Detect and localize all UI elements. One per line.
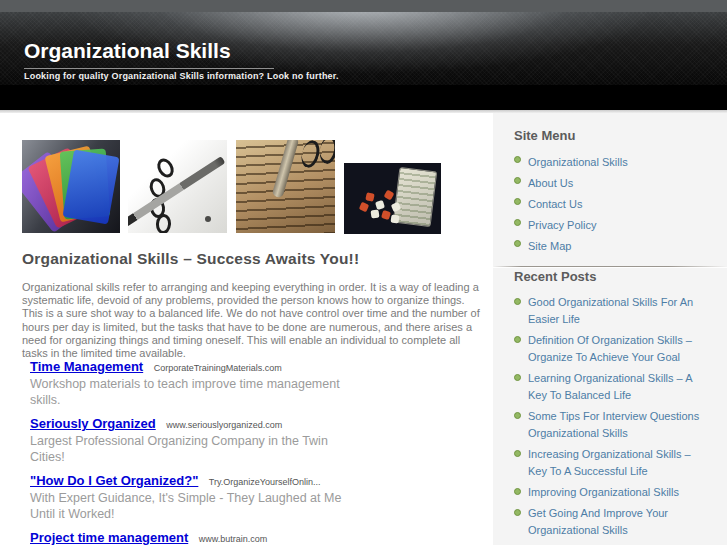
sidebar-item-site-map: Site Map [514,236,710,257]
ad-description: Largest Professional Organizing Company … [30,434,342,465]
bullet-icon [514,198,521,205]
sidebar-link-organizational-skills[interactable]: Organizational Skills [528,156,628,168]
ad-item: Project time management www.butrain.com … [30,529,360,545]
recent-post-item: Learning Organizational Skills – A Key T… [514,369,710,403]
bullet-icon [514,336,521,343]
site-tagline: Looking for quality Organizational Skill… [24,71,339,81]
bullet-icon [514,509,521,516]
dice-and-bag-image [344,163,441,234]
recent-post-item: Some Tips For Interview Questions Organi… [514,407,710,441]
sidebar-item-about-us: About Us [514,173,710,194]
pen-on-organizer-binder-image [236,140,335,233]
sidebar-link-privacy-policy[interactable]: Privacy Policy [528,219,596,231]
colored-folders-image [22,140,120,233]
ad-link-seriously-organized[interactable]: Seriously Organized [30,416,156,431]
ad-description: With Expert Guidance, It's Simple - They… [30,491,342,522]
sponsored-links: Time Management CorporateTrainingMateria… [30,358,360,545]
recent-post-item: Definition Of Organization Skills – Orga… [514,331,710,365]
sidebar-item-contact-us: Contact Us [514,194,710,215]
recent-post-link[interactable]: Definition Of Organization Skills – Orga… [528,334,692,363]
recent-post-link[interactable]: Improving Organizational Skills [528,486,679,498]
bullet-icon [514,412,521,419]
article-title: Organizational Skills – Success Awaits Y… [22,250,482,268]
site-menu-heading: Site Menu [514,128,727,143]
page: Organizational Skills Looking for qualit… [0,0,727,545]
recent-post-link[interactable]: Learning Organizational Skills – A Key T… [528,372,692,401]
ad-link-time-management[interactable]: Time Management [30,359,143,374]
ad-url: www.butrain.com [199,534,268,544]
bullet-icon [514,177,521,184]
bullet-icon [514,450,521,457]
sidebar-link-about-us[interactable]: About Us [528,177,573,189]
bullet-icon [514,240,521,247]
site-title-link[interactable]: Organizational Skills [24,40,231,62]
bullet-icon [514,374,521,381]
recent-post-item: Good Organizational Skills For An Easier… [514,293,710,327]
sidebar: Site Menu Organizational Skills About Us… [493,113,727,545]
sidebar-item-privacy-policy: Privacy Policy [514,215,710,236]
sidebar-item-organizational-skills: Organizational Skills [514,152,710,173]
ad-item: "How Do I Get Organized?" Try.OrganizeYo… [30,472,360,522]
pen-on-spiral-notebook-image [128,140,227,233]
sidebar-divider [493,266,727,267]
ad-item: Time Management CorporateTrainingMateria… [30,358,360,408]
recent-post-item: Increasing Organizational Skills – Key T… [514,445,710,479]
article-body: Organizational skills refer to arranging… [22,281,482,360]
recent-post-link[interactable]: Good Organizational Skills For An Easier… [528,296,693,325]
ad-description: Workshop materials to teach improve time… [30,377,342,408]
top-strip [0,0,727,12]
recent-posts-heading: Recent Posts [514,269,727,284]
main-navbar [0,85,727,110]
recent-post-link[interactable]: Increasing Organizational Skills – Key T… [528,448,691,477]
sidebar-link-site-map[interactable]: Site Map [528,240,571,252]
site-menu-list: Organizational Skills About Us Contact U… [514,152,710,257]
bullet-icon [514,298,521,305]
bullet-icon [514,488,521,495]
ad-link-project-time-management[interactable]: Project time management [30,530,188,545]
recent-post-item: Get Going And Improve Your Organizationa… [514,504,710,538]
recent-post-item: Improving Organizational Skills [514,483,710,500]
recent-post-link[interactable]: Get Going And Improve Your Organizationa… [528,507,668,536]
bullet-icon [514,156,521,163]
bullet-icon [514,219,521,226]
recent-post-link[interactable]: Some Tips For Interview Questions Organi… [528,410,699,439]
ad-link-how-do-i-get-organized[interactable]: "How Do I Get Organized?" [30,473,198,488]
ad-url: Try.OrganizeYourselfOnlin... [209,477,321,487]
title-divider [24,68,274,69]
site-header: Organizational Skills Looking for qualit… [0,12,727,85]
sidebar-link-contact-us[interactable]: Contact Us [528,198,582,210]
recent-posts-list: Good Organizational Skills For An Easier… [514,293,710,545]
ad-url: www.seriouslyorganized.com [166,420,282,430]
ad-url: CorporateTrainingMaterials.com [154,363,282,373]
ad-item: Seriously Organized www.seriouslyorganiz… [30,415,360,465]
